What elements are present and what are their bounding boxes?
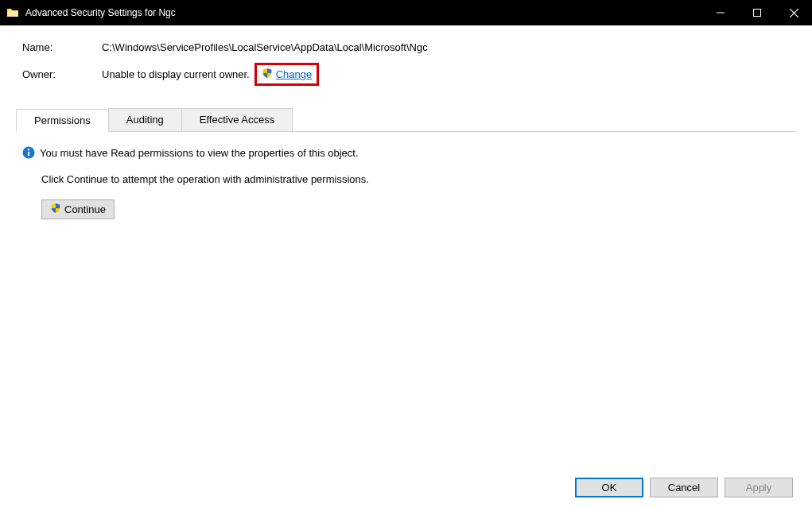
owner-label: Owner: bbox=[22, 68, 102, 80]
titlebar: Advanced Security Settings for Ngc bbox=[0, 0, 812, 25]
tab-strip: Permissions Auditing Effective Access bbox=[16, 108, 796, 132]
name-label: Name: bbox=[22, 41, 102, 53]
change-link[interactable]: Change bbox=[276, 68, 313, 80]
svg-point-6 bbox=[28, 149, 29, 150]
continue-label: Continue bbox=[64, 203, 106, 215]
minimize-button[interactable] bbox=[702, 0, 739, 25]
tab-auditing[interactable]: Auditing bbox=[108, 108, 182, 131]
owner-text: Unable to display current owner. bbox=[102, 68, 250, 80]
folder-icon bbox=[6, 6, 19, 19]
window-title: Advanced Security Settings for Ngc bbox=[25, 7, 702, 18]
window-controls bbox=[702, 0, 812, 25]
tab-effective-access[interactable]: Effective Access bbox=[181, 108, 293, 131]
dialog-footer: OK Cancel Apply bbox=[16, 470, 796, 497]
cancel-button[interactable]: Cancel bbox=[650, 478, 718, 497]
tab-permissions[interactable]: Permissions bbox=[16, 109, 109, 132]
shield-icon bbox=[50, 203, 61, 216]
header-rows: Name: C:\Windows\ServiceProfiles\LocalSe… bbox=[22, 41, 796, 95]
shield-icon bbox=[262, 68, 273, 81]
name-row: Name: C:\Windows\ServiceProfiles\LocalSe… bbox=[22, 41, 796, 53]
content-area: Name: C:\Windows\ServiceProfiles\LocalSe… bbox=[0, 25, 812, 507]
info-row: You must have Read permissions to view t… bbox=[22, 146, 790, 159]
name-value: C:\Windows\ServiceProfiles\LocalService\… bbox=[102, 41, 428, 53]
svg-rect-5 bbox=[28, 152, 29, 156]
owner-value: Unable to display current owner. Change bbox=[102, 63, 319, 86]
sub-text: Click Continue to attempt the operation … bbox=[41, 173, 790, 185]
permissions-panel: You must have Read permissions to view t… bbox=[16, 132, 796, 470]
info-text: You must have Read permissions to view t… bbox=[40, 147, 359, 159]
svg-rect-1 bbox=[754, 10, 761, 17]
ok-button[interactable]: OK bbox=[575, 478, 643, 497]
apply-button: Apply bbox=[725, 478, 793, 497]
owner-row: Owner: Unable to display current owner. … bbox=[22, 63, 796, 86]
continue-button[interactable]: Continue bbox=[41, 199, 115, 219]
maximize-button[interactable] bbox=[739, 0, 775, 25]
info-icon bbox=[22, 146, 35, 159]
close-button[interactable] bbox=[775, 0, 812, 25]
change-highlight: Change bbox=[254, 63, 320, 86]
